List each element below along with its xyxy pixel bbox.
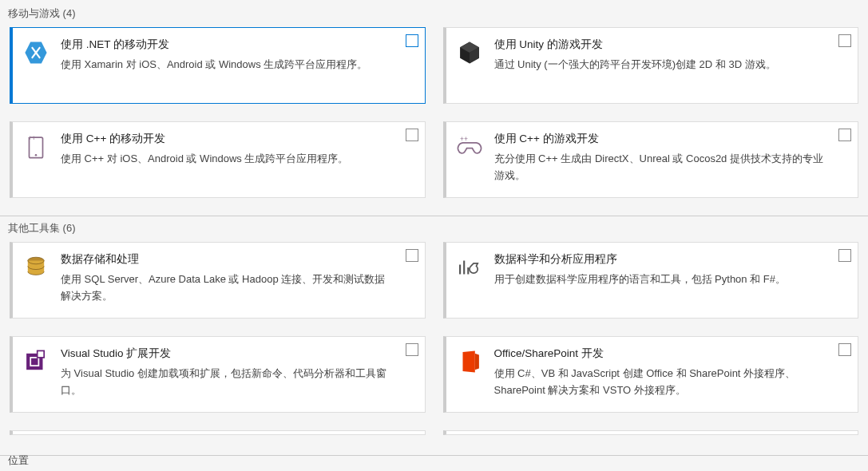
cards-grid-other-toolsets: 数据存储和处理 使用 SQL Server、Azure Data Lake 或 … (0, 242, 868, 430)
section-header-other-toolsets: 其他工具集 (6) (0, 216, 868, 242)
workload-card-mobile-cpp[interactable]: ++ 使用 C++ 的移动开发 使用 C++ 对 iOS、Android 或 W… (10, 121, 426, 198)
datascience-icon (456, 254, 483, 281)
card-title: 数据存储和处理 (61, 252, 394, 267)
card-checkbox[interactable] (838, 129, 851, 141)
office-icon (456, 348, 483, 375)
workload-card-data-science[interactable]: 数据科学和分析应用程序 用于创建数据科学应用程序的语言和工具，包括 Python… (443, 242, 859, 319)
workload-card-vs-extension[interactable]: Visual Studio 扩展开发 为 Visual Studio 创建加载项… (10, 336, 426, 413)
card-title: Visual Studio 扩展开发 (61, 346, 394, 361)
gamepad-icon: ++ (456, 133, 483, 160)
workload-card-game-cpp[interactable]: ++ 使用 C++ 的游戏开发 充分使用 C++ 生成由 DirectX、Unr… (443, 121, 859, 198)
card-title: 数据科学和分析应用程序 (494, 252, 828, 267)
svg-point-5 (35, 154, 38, 156)
vs-extension-icon (22, 348, 50, 375)
card-checkbox[interactable] (838, 249, 851, 262)
card-title: 使用 .NET 的移动开发 (61, 38, 394, 52)
workload-card-xamarin[interactable]: 使用 .NET 的移动开发 使用 Xamarin 对 iOS、Android 或… (10, 27, 426, 104)
card-desc: 通过 Unity (一个强大的跨平台开发环境)创建 2D 和 3D 游戏。 (494, 57, 828, 73)
card-title: Office/SharePoint 开发 (494, 346, 828, 361)
card-checkbox[interactable] (406, 343, 418, 356)
cards-grid-mobile-gaming: 使用 .NET 的移动开发 使用 Xamarin 对 iOS、Android 或… (0, 27, 868, 216)
section-title: 移动与游戏 (4) (8, 7, 76, 19)
card-title: 使用 Unity 的游戏开发 (494, 38, 828, 52)
database-icon (22, 254, 50, 281)
card-checkbox[interactable] (838, 34, 851, 47)
workload-card-unity[interactable]: 使用 Unity 的游戏开发 通过 Unity (一个强大的跨平台开发环境)创建… (443, 27, 859, 104)
card-title: 使用 C++ 的游戏开发 (494, 132, 828, 146)
footer-divider (0, 455, 868, 456)
workload-card-office-sharepoint[interactable]: Office/SharePoint 开发 使用 C#、VB 和 JavaScri… (443, 336, 859, 413)
partial-next-row (0, 430, 868, 435)
section-header-mobile-gaming: 移动与游戏 (4) (0, 2, 868, 27)
card-checkbox[interactable] (406, 34, 418, 47)
card-desc: 使用 Xamarin 对 iOS、Android 或 Windows 生成跨平台… (61, 57, 394, 73)
svg-rect-12 (38, 350, 45, 358)
workload-card-partial[interactable] (443, 430, 859, 435)
workloads-scroll[interactable]: 移动与游戏 (4) 使用 .NET 的移动开发 使用 Xamarin 对 iOS… (0, 0, 868, 455)
card-title: 使用 C++ 的移动开发 (61, 132, 394, 146)
svg-text:++: ++ (460, 135, 468, 143)
card-desc: 充分使用 C++ 生成由 DirectX、Unreal 或 Cocos2d 提供… (494, 151, 828, 184)
workload-card-partial[interactable] (10, 430, 426, 435)
xamarin-icon (22, 39, 50, 66)
card-desc: 用于创建数据科学应用程序的语言和工具，包括 Python 和 F#。 (494, 271, 828, 288)
unity-icon (456, 39, 483, 66)
card-checkbox[interactable] (838, 343, 851, 356)
mobile-cpp-icon: ++ (22, 133, 50, 160)
section-title: 其他工具集 (6) (8, 222, 76, 234)
workload-card-data-storage[interactable]: 数据存储和处理 使用 SQL Server、Azure Data Lake 或 … (10, 242, 426, 319)
svg-text:++: ++ (28, 134, 36, 142)
card-desc: 使用 C++ 对 iOS、Android 或 Windows 生成跨平台应用程序… (61, 151, 394, 168)
card-desc: 为 Visual Studio 创建加载项和扩展，包括新命令、代码分析器和工具窗… (61, 366, 394, 399)
location-label: 位置 (8, 453, 29, 468)
card-checkbox[interactable] (406, 129, 418, 141)
card-desc: 使用 C#、VB 和 JavaScript 创建 Office 和 ShareP… (494, 366, 828, 399)
card-checkbox[interactable] (406, 249, 418, 262)
card-desc: 使用 SQL Server、Azure Data Lake 或 Hadoop 连… (61, 271, 394, 305)
